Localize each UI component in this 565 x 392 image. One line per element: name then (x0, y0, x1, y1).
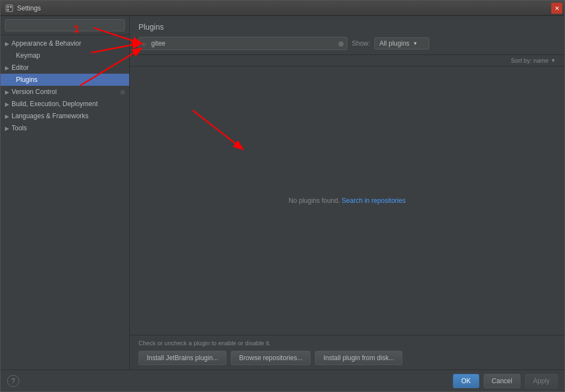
window-icon (5, 4, 14, 13)
main-layout: ⌕ ▶ Appearance & Behavior Keymap ▶ Edito… (1, 16, 564, 369)
sidebar: ⌕ ▶ Appearance & Behavior Keymap ▶ Edito… (1, 16, 130, 369)
bottom-bar-left: ? (7, 375, 19, 387)
arrow-icon: ▶ (5, 113, 9, 119)
browse-repos-button[interactable]: Browse repositories... (231, 351, 311, 365)
sidebar-search-wrapper: ⌕ (5, 19, 125, 31)
svg-rect-1 (7, 6, 9, 8)
window-title: Settings (17, 4, 41, 12)
content-area: Plugins ⌕ ⊗ Show: All plugins ▼ S (130, 16, 564, 369)
sidebar-item-editor[interactable]: ▶ Editor (1, 62, 129, 74)
sidebar-items: ▶ Appearance & Behavior Keymap ▶ Editor … (1, 35, 129, 369)
sidebar-item-build[interactable]: ▶ Build, Execution, Deployment (1, 98, 129, 110)
bottom-bar: ? OK Cancel Apply (1, 369, 564, 391)
sidebar-search-input[interactable] (5, 19, 125, 31)
search-in-repositories-link[interactable]: Search in repositories (342, 197, 406, 205)
title-bar: Settings ✕ (1, 1, 564, 16)
sidebar-item-keymap[interactable]: Keymap (1, 49, 129, 62)
plugin-search-clear-icon[interactable]: ⊗ (338, 40, 344, 48)
sidebar-item-label: Keymap (16, 52, 40, 59)
arrow-icon: ▶ (5, 41, 9, 47)
bottom-bar-right: OK Cancel Apply (453, 374, 558, 388)
install-disk-button[interactable]: Install plugin from disk... (315, 351, 402, 365)
sidebar-item-label: Appearance & Behavior (12, 40, 81, 47)
svg-rect-0 (6, 5, 13, 12)
sidebar-item-appearance[interactable]: ▶ Appearance & Behavior (1, 37, 129, 49)
arrow-icon: ▶ (5, 65, 9, 71)
svg-rect-3 (7, 9, 9, 10)
plugin-list-header: Sort by: name ▼ (130, 55, 564, 67)
plugin-search-icon: ⌕ (142, 40, 146, 47)
sidebar-item-tools[interactable]: ▶ Tools (1, 122, 129, 134)
footer-hint: Check or uncheck a plugin to enable or d… (139, 340, 556, 346)
apply-button[interactable]: Apply (525, 374, 558, 388)
show-label: Show: (352, 40, 370, 47)
content-toolbar: ⌕ ⊗ Show: All plugins ▼ (139, 37, 556, 50)
show-dropdown[interactable]: All plugins ▼ (374, 37, 429, 49)
sort-by-dropdown[interactable]: Sort by: name ▼ (511, 57, 556, 64)
show-selected-value: All plugins (379, 40, 409, 47)
sidebar-item-label: Editor (12, 64, 29, 71)
arrow-icon: ▶ (5, 101, 9, 107)
content-title: Plugins (139, 23, 556, 31)
no-plugins-message: No plugins found. Search in repositories (289, 197, 406, 205)
footer-buttons: Install JetBrains plugin... Browse repos… (139, 351, 556, 365)
sidebar-search-area: ⌕ (1, 16, 129, 35)
sidebar-item-version-control[interactable]: ▶ Version Control ⊞ (1, 86, 129, 98)
plugin-list-area: No plugins found. Search in repositories (130, 67, 564, 335)
arrow-icon: ▶ (5, 125, 9, 131)
plugin-search-wrapper: ⌕ ⊗ (139, 37, 347, 50)
content-footer: Check or uncheck a plugin to enable or d… (130, 335, 564, 369)
sidebar-item-label: Build, Execution, Deployment (12, 100, 98, 108)
sidebar-item-label: Plugins (16, 76, 37, 84)
svg-rect-2 (10, 6, 12, 8)
ok-button[interactable]: OK (453, 374, 479, 388)
plugin-search-input[interactable] (139, 37, 347, 50)
sort-chevron-icon: ▼ (551, 58, 556, 63)
cancel-button[interactable]: Cancel (484, 374, 520, 388)
arrow-icon: ▶ (5, 89, 9, 95)
install-jetbrains-button[interactable]: Install JetBrains plugin... (139, 351, 226, 365)
close-button[interactable]: ✕ (551, 3, 562, 14)
version-control-icon: ⊞ (120, 89, 125, 95)
sort-by-label: Sort by: name (511, 57, 549, 64)
sidebar-item-label: Version Control (12, 88, 57, 96)
sidebar-item-label: Tools (12, 124, 27, 132)
sidebar-item-label: Languages & Frameworks (12, 112, 88, 120)
sidebar-item-languages[interactable]: ▶ Languages & Frameworks (1, 110, 129, 122)
sidebar-item-plugins[interactable]: Plugins (1, 74, 129, 86)
no-plugins-text: No plugins found. (289, 197, 340, 205)
content-header: Plugins ⌕ ⊗ Show: All plugins ▼ (130, 16, 564, 55)
chevron-down-icon: ▼ (413, 41, 418, 46)
help-button[interactable]: ? (7, 375, 19, 387)
